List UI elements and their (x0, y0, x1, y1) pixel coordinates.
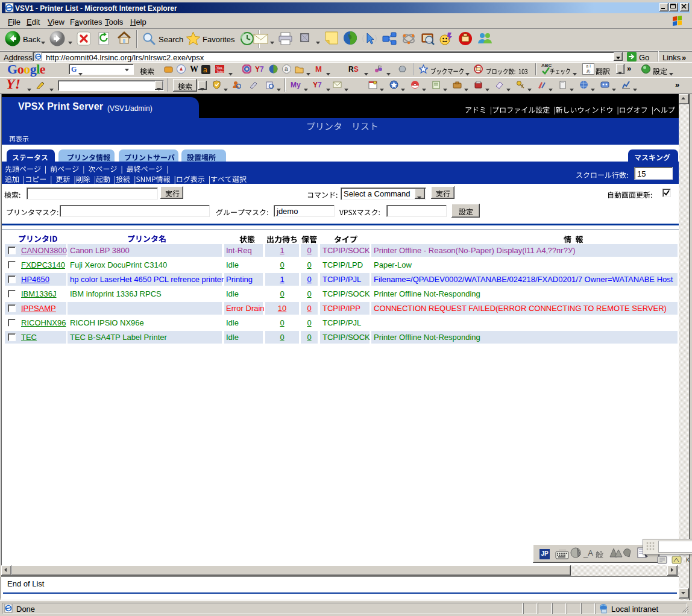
svg-text:a: a (203, 66, 207, 74)
svg-text:Tube: Tube (216, 70, 224, 74)
svg-text:a: a (285, 66, 288, 72)
svg-text:You: You (216, 66, 222, 69)
